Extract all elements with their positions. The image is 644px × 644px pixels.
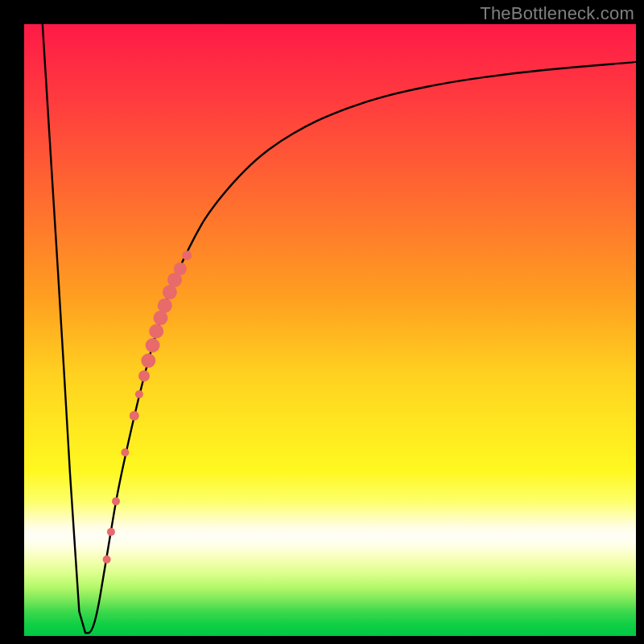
data-dot bbox=[158, 299, 172, 313]
plot-area bbox=[24, 24, 636, 636]
data-dot bbox=[138, 370, 150, 382]
data-dots bbox=[103, 250, 192, 564]
data-dot bbox=[112, 497, 120, 506]
data-dot bbox=[103, 555, 111, 564]
data-dot bbox=[149, 324, 163, 339]
chart-frame: TheBottleneck.com bbox=[0, 0, 644, 644]
data-dot bbox=[107, 528, 115, 536]
data-dot bbox=[121, 448, 129, 456]
chart-svg bbox=[24, 24, 636, 636]
data-dot bbox=[146, 338, 160, 353]
data-dot bbox=[130, 411, 139, 420]
data-dot bbox=[141, 353, 155, 368]
watermark-text: TheBottleneck.com bbox=[480, 3, 634, 24]
data-dot bbox=[174, 262, 187, 275]
bottleneck-curve bbox=[43, 24, 636, 633]
data-dot bbox=[182, 250, 192, 260]
data-dot bbox=[135, 390, 143, 398]
